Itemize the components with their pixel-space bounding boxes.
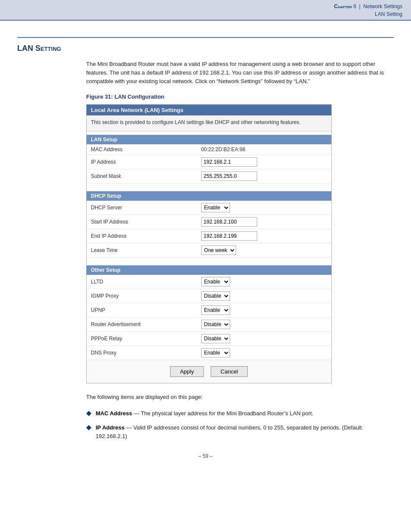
chapter-number: 6 [353,3,356,9]
mac-address-label: MAC Address [87,144,197,155]
pppoe-relay-select[interactable]: Enable Disable [201,334,230,343]
pppoe-relay-label: PPPoE Relay [87,331,197,345]
chapter-label: Chapter [334,3,352,9]
dhcp-server-select[interactable]: Enable Disable [201,203,230,212]
upnp-label: UPNP [87,303,197,317]
ip-address-bold: IP Address [96,424,125,431]
lan-setup-table: MAC Address 00:22:2D:B2:EA:98 IP Address… [87,144,331,188]
lltd-select[interactable]: Enable Disable [201,277,230,286]
upnp-cell: Enable Disable [197,303,331,317]
dns-proxy-label: DNS Proxy [87,345,197,360]
table-row: Start IP Address [87,215,331,229]
table-row: LLTD Enable Disable [87,275,331,289]
main-content: LAN Setting The Mini Broadband Router mu… [0,21,411,472]
bullet-text-mac: MAC Address — The physical layer address… [96,409,313,418]
bullet-icon: ◆ [86,423,91,431]
intro-paragraph: The Mini Broadband Router must have a va… [86,60,394,86]
ip-address-input[interactable] [201,157,257,167]
other-setup-header: Other Setup [87,265,331,275]
table-row: Subnet Mask [87,169,331,183]
ip-address-cell [197,155,331,169]
chapter-title: Network Settings [363,3,402,9]
page-header: Chapter 6 | Network Settings LAN Setting [0,0,411,21]
lltd-cell: Enable Disable [197,275,331,289]
end-ip-input[interactable] [201,231,257,241]
igmp-proxy-cell: Enable Disable [197,289,331,303]
main-section-desc: This section is provided to configure LA… [87,115,331,131]
following-text: The following items are displayed on thi… [86,393,394,401]
cancel-button[interactable]: Cancel [211,366,248,377]
bullet-icon: ◆ [86,409,91,417]
bullet-list: ◆ MAC Address — The physical layer addre… [86,409,394,441]
bullet-text-ip: IP Address — Valid IP addresses consist … [96,423,394,440]
table-row: IGMP Proxy Enable Disable [87,289,331,303]
figure-caption: Figure 31: LAN Configuration [86,93,394,100]
dns-proxy-cell: Enable Disable [197,345,331,360]
other-setup-table: LLTD Enable Disable IGMP Proxy Enable Di… [87,275,331,360]
igmp-proxy-label: IGMP Proxy [87,289,197,303]
pppoe-relay-cell: Enable Disable [197,331,331,345]
igmp-proxy-select[interactable]: Enable Disable [201,291,230,301]
subnet-mask-label: Subnet Mask [87,169,197,183]
table-row: Router Advertisement Enable Disable [87,317,331,331]
page-rule [17,37,394,38]
router-adv-cell: Enable Disable [197,317,331,331]
config-box: Local Area Network (LAN) Settings This s… [86,104,332,383]
table-row: DNS Proxy Enable Disable [87,345,331,360]
table-row: IP Address [87,155,331,169]
main-section-header: Local Area Network (LAN) Settings [87,105,331,115]
lease-time-label: Lease Time [87,243,197,257]
dhcp-setup-table: DHCP Server Enable Disable Start IP Addr… [87,201,331,262]
subnet-mask-input[interactable] [201,171,257,181]
ip-address-label: IP Address [87,155,197,169]
start-ip-cell [197,215,331,229]
router-advertisement-select[interactable]: Enable Disable [201,320,230,329]
table-row: Lease Time One week One day One hour [87,243,331,257]
lltd-label: LLTD [87,275,197,289]
list-item: ◆ MAC Address — The physical layer addre… [86,409,394,418]
lease-time-select[interactable]: One week One day One hour [201,246,236,255]
buttons-row: Apply Cancel [87,360,331,383]
dhcp-server-cell: Enable Disable [197,201,331,215]
list-item: ◆ IP Address — Valid IP addresses consis… [86,423,394,440]
header-right: Chapter 6 | Network Settings LAN Setting [334,3,402,18]
table-row: End IP Address [87,229,331,243]
mac-address-value: 00:22:2D:B2:EA:98 [197,144,331,155]
table-row: MAC Address 00:22:2D:B2:EA:98 [87,144,331,155]
dns-proxy-select[interactable]: Enable Disable [201,348,230,358]
page-number: – 59 – [17,453,394,459]
lease-time-cell: One week One day One hour [197,243,331,257]
end-ip-label: End IP Address [87,229,197,243]
page-title: LAN Setting [17,44,394,53]
end-ip-cell [197,229,331,243]
start-ip-label: Start IP Address [87,215,197,229]
table-row: DHCP Server Enable Disable [87,201,331,215]
table-row: PPPoE Relay Enable Disable [87,331,331,345]
upnp-select[interactable]: Enable Disable [201,305,230,315]
dhcp-server-label: DHCP Server [87,201,197,215]
router-adv-label: Router Advertisement [87,317,197,331]
start-ip-input[interactable] [201,217,257,227]
chapter-reference: Chapter 6 | Network Settings [334,3,402,10]
page-subtitle: LAN Setting [375,10,402,18]
dhcp-setup-header: DHCP Setup [87,191,331,201]
lan-setup-header: LAN Setup [87,135,331,144]
apply-button[interactable]: Apply [170,366,204,377]
mac-address-bold: MAC Address [96,410,132,417]
table-row: UPNP Enable Disable [87,303,331,317]
subnet-mask-cell [197,169,331,183]
